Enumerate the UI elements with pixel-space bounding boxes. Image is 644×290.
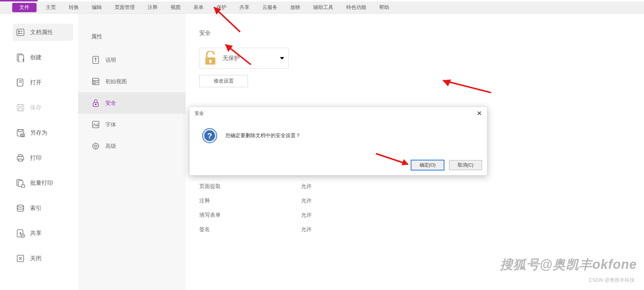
file-sidebar-item-0[interactable]: 文档属性 <box>13 24 73 41</box>
properties-title: 属性 <box>78 33 186 49</box>
file-sidebar: 文档属性创建打开保存另存为打印批量打印索引共享关闭 <box>0 14 78 290</box>
properties-item-label: 初始视图 <box>105 78 127 85</box>
close-icon <box>16 254 25 263</box>
dialog-message: 您确定要删除文档中的安全设置？ <box>225 132 301 139</box>
chevron-down-icon <box>280 57 284 60</box>
dialog-ok-label: 确定(O) <box>420 162 436 168</box>
svg-rect-0 <box>17 29 24 36</box>
document-properties-icon <box>16 28 25 37</box>
svg-point-33 <box>95 58 96 59</box>
menu-保护[interactable]: 保护 <box>210 1 233 14</box>
svg-line-58 <box>443 80 491 93</box>
sidebar-item-label: 保存 <box>30 104 42 112</box>
file-sidebar-item-6[interactable]: 批量打印 <box>13 174 73 192</box>
sidebar-item-label: 打开 <box>30 79 42 86</box>
svg-rect-37 <box>94 81 95 84</box>
svg-point-41 <box>95 104 96 105</box>
advanced-icon <box>91 141 100 151</box>
properties-item-2[interactable]: 安全 <box>78 92 186 114</box>
font-icon: Aa <box>91 120 100 129</box>
svg-point-45 <box>95 145 97 147</box>
save-as-icon <box>16 128 25 137</box>
properties-item-label: 安全 <box>105 100 116 107</box>
file-sidebar-item-9[interactable]: 关闭 <box>13 250 73 267</box>
permission-row: 注释允许 <box>199 193 644 208</box>
file-sidebar-item-1[interactable]: 创建 <box>13 49 73 66</box>
menu-文件[interactable]: 文件 <box>12 3 37 12</box>
menu-转换[interactable]: 转换 <box>62 1 85 14</box>
properties-item-4[interactable]: 高级 <box>78 135 186 157</box>
svg-rect-12 <box>17 104 24 111</box>
svg-point-3 <box>19 33 20 34</box>
description-icon <box>91 55 100 65</box>
menu-编辑[interactable]: 编辑 <box>85 1 108 14</box>
svg-rect-51 <box>209 60 211 63</box>
sidebar-item-label: 批量打印 <box>30 179 53 187</box>
permission-row: 签名允许 <box>199 222 644 237</box>
modify-settings-button[interactable]: 修改设置 <box>199 75 248 87</box>
permission-value: 允许 <box>301 197 312 204</box>
permissions-list: 复制内容用于辅助工具允许页面提取允许注释允许填写表单允许签名允许 <box>199 165 644 237</box>
open-icon <box>16 78 25 87</box>
svg-point-26 <box>17 205 24 207</box>
properties-item-label: 字体 <box>105 121 116 128</box>
create-icon <box>16 53 25 62</box>
menu-云服务[interactable]: 云服务 <box>256 1 284 14</box>
menu-放映[interactable]: 放映 <box>284 1 307 14</box>
sidebar-item-label: 索引 <box>30 205 42 212</box>
svg-marker-64 <box>402 159 408 165</box>
menu-主页[interactable]: 主页 <box>39 1 62 14</box>
menu-表单[interactable]: 表单 <box>187 1 210 14</box>
watermark-main: 搜狐号@奥凯丰okfone <box>500 256 637 273</box>
svg-rect-25 <box>22 185 25 187</box>
question-icon: ? <box>202 128 218 144</box>
file-sidebar-item-5[interactable]: 打印 <box>13 149 73 167</box>
sidebar-item-label: 打印 <box>30 154 42 162</box>
protection-select[interactable]: 无保护 <box>199 48 289 69</box>
dialog-close-button[interactable]: ✕ <box>477 110 482 117</box>
permission-label: 注释 <box>199 197 301 204</box>
svg-rect-14 <box>19 108 22 111</box>
properties-item-label: 说明 <box>105 57 116 64</box>
svg-rect-9 <box>17 79 23 86</box>
sidebar-item-label: 创建 <box>30 54 42 61</box>
permission-label: 签名 <box>199 226 301 233</box>
unlock-icon <box>204 51 217 65</box>
svg-marker-59 <box>443 80 451 86</box>
sidebar-item-label: 共享 <box>30 230 42 237</box>
sidebar-item-label: 另存为 <box>30 129 47 137</box>
svg-rect-16 <box>19 130 22 132</box>
properties-item-1[interactable]: 初始视图 <box>78 71 186 92</box>
svg-rect-21 <box>19 155 22 156</box>
svg-line-63 <box>376 154 408 164</box>
file-sidebar-item-4[interactable]: 另存为 <box>13 124 73 141</box>
menu-页面管理[interactable]: 页面管理 <box>108 1 141 14</box>
dialog-cancel-label: 取消(C) <box>458 162 473 168</box>
menu-帮助[interactable]: 帮助 <box>373 1 396 14</box>
dialog-cancel-button[interactable]: 取消(C) <box>449 160 482 170</box>
share-icon <box>16 229 25 238</box>
file-sidebar-item-8[interactable]: 共享 <box>13 225 73 242</box>
permission-label: 页面提取 <box>199 183 301 190</box>
permission-row: 页面提取允许 <box>199 179 644 193</box>
watermark-sub: CSDN @奥凯丰科技 <box>589 277 635 284</box>
properties-item-3[interactable]: Aa字体 <box>78 114 186 135</box>
file-sidebar-item-2[interactable]: 打开 <box>13 74 73 91</box>
menu-共享[interactable]: 共享 <box>233 1 256 14</box>
menu-辅助工具[interactable]: 辅助工具 <box>307 1 340 14</box>
properties-item-0[interactable]: 说明 <box>78 49 186 71</box>
menu-特色功能[interactable]: 特色功能 <box>340 1 373 14</box>
menu-注释[interactable]: 注释 <box>141 1 164 14</box>
svg-text:?: ? <box>207 131 212 140</box>
menu-视图[interactable]: 视图 <box>164 1 187 14</box>
file-sidebar-item-7[interactable]: 索引 <box>13 200 73 217</box>
file-sidebar-item-3: 保存 <box>13 99 73 116</box>
security-icon <box>91 98 100 108</box>
svg-point-44 <box>93 143 99 149</box>
permission-row: 填写表单允许 <box>199 208 644 222</box>
permission-label: 填写表单 <box>199 212 301 219</box>
sidebar-item-label: 文档属性 <box>30 29 53 36</box>
dialog-ok-button[interactable]: 确定(O) <box>411 160 444 170</box>
svg-point-1 <box>19 31 20 32</box>
properties-item-label: 高级 <box>105 143 116 150</box>
